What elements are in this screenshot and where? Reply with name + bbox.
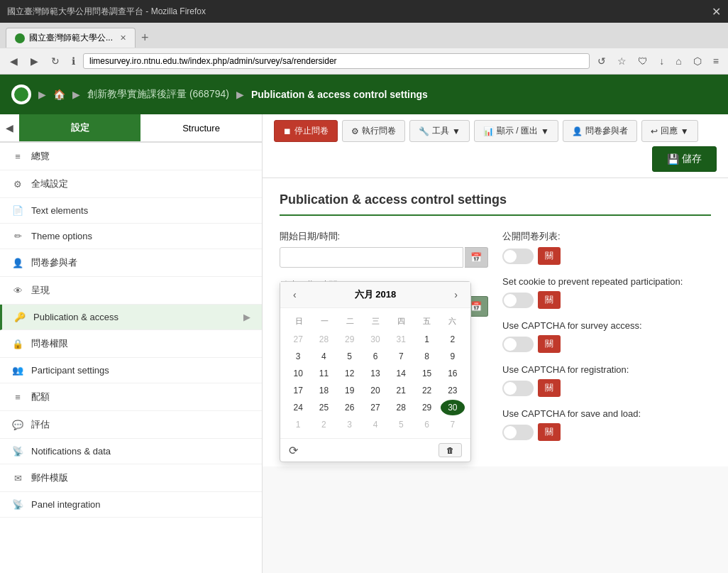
start-date-calendar-icon[interactable]: 📅 [465, 247, 488, 268]
survey-participants-button[interactable]: 👤 問卷參與者 [563, 120, 637, 142]
calendar-day-13[interactable]: 13 [363, 366, 387, 381]
sidebar-item-quotas[interactable]: ≡ 配額 [0, 383, 262, 411]
sidebar-toggle-button[interactable]: ◀ [0, 114, 19, 141]
cookie-toggle[interactable] [502, 293, 534, 308]
new-tab-button[interactable]: + [136, 31, 155, 45]
calendar-day-1[interactable]: 1 [414, 332, 439, 347]
calendar-day-19[interactable]: 19 [338, 383, 362, 398]
captcha-access-toggle[interactable] [502, 337, 534, 352]
forward-button[interactable]: ▶ [26, 53, 43, 70]
breadcrumb-survey[interactable]: 創新教學實施課後評量 (668794) [87, 88, 229, 101]
sidebar-item-text-elements[interactable]: 📄 Text elements [0, 198, 262, 224]
sidebar-item-panel-integration[interactable]: 📡 Panel integration [0, 492, 262, 518]
calendar-day-14[interactable]: 14 [389, 366, 413, 381]
cookie-off-button[interactable]: 關 [538, 291, 561, 309]
calendar-day-4[interactable]: 4 [363, 417, 387, 432]
calendar-day-1[interactable]: 1 [286, 417, 310, 432]
display-export-button[interactable]: 📊 顯示 / 匯出 ▼ [474, 120, 558, 142]
calendar-day-30[interactable]: 30 [363, 332, 387, 347]
captcha-registration-off-button[interactable]: 關 [538, 379, 561, 397]
sidebar-item-survey-permissions[interactable]: 🔒 問卷權限 [0, 330, 262, 358]
start-date-input[interactable] [280, 247, 463, 268]
captcha-access-off-button[interactable]: 關 [538, 335, 561, 353]
calendar-day-11[interactable]: 11 [311, 366, 336, 381]
sidebar-item-overview[interactable]: ≡ 總覽 [0, 143, 262, 170]
tools-button[interactable]: 🔧 工具 ▼ [409, 120, 470, 142]
calendar-day-28[interactable]: 28 [311, 332, 336, 347]
calendar-day-27[interactable]: 27 [363, 400, 387, 415]
calendar-day-23[interactable]: 23 [441, 383, 465, 398]
calendar-day-20[interactable]: 20 [363, 383, 387, 398]
reload-icon[interactable]: ↺ [594, 53, 610, 69]
calendar-day-15[interactable]: 15 [414, 366, 439, 381]
calendar-day-8[interactable]: 8 [414, 349, 439, 364]
calendar-day-31[interactable]: 31 [389, 332, 413, 347]
close-icon[interactable]: ✕ [712, 5, 721, 18]
menu-icon[interactable]: ≡ [710, 53, 722, 69]
calendar-day-2[interactable]: 2 [441, 332, 465, 347]
sidebar-item-assessments[interactable]: 💬 評估 [0, 411, 262, 439]
calendar-next-button[interactable]: › [450, 288, 462, 302]
calendar-day-24[interactable]: 24 [286, 400, 310, 415]
back-button[interactable]: ◀ [6, 53, 22, 70]
download-icon[interactable]: ↓ [656, 53, 668, 69]
public-list-off-button[interactable]: 關 [538, 247, 561, 265]
sidebar-item-participants[interactable]: 👤 問卷參與者 [0, 249, 262, 277]
browser-tab[interactable]: 國立臺灣師範大學公... ✕ [6, 28, 136, 48]
calendar-day-4[interactable]: 4 [311, 349, 336, 364]
calendar-day-27[interactable]: 27 [286, 332, 310, 347]
calendar-day-7[interactable]: 7 [389, 349, 413, 364]
calendar-day-25[interactable]: 25 [311, 400, 336, 415]
calendar-day-18[interactable]: 18 [311, 383, 336, 398]
calendar-day-9[interactable]: 9 [441, 349, 465, 364]
calendar-day-7[interactable]: 7 [441, 417, 465, 432]
calendar-day-26[interactable]: 26 [338, 400, 362, 415]
captcha-save-off-button[interactable]: 關 [538, 423, 561, 441]
home-icon[interactable]: ⌂ [672, 53, 685, 69]
execute-survey-button[interactable]: ⚙ 執行問卷 [342, 120, 405, 142]
public-list-toggle[interactable] [502, 249, 534, 264]
calendar-day-17[interactable]: 17 [286, 383, 310, 398]
tab-close-icon[interactable]: ✕ [120, 33, 126, 43]
refresh-button[interactable]: ↻ [47, 53, 64, 70]
sidebar-item-presentation[interactable]: 👁 呈現 [0, 277, 262, 305]
sidebar-item-publication-access[interactable]: 🔑 Publication & access ▶ [0, 305, 262, 330]
calendar-day-29[interactable]: 29 [338, 332, 362, 347]
calendar-day-6[interactable]: 6 [363, 349, 387, 364]
breadcrumb-home-icon[interactable]: 🏠 [53, 89, 65, 100]
sidebar-item-notifications-data[interactable]: 📡 Notifications & data [0, 439, 262, 464]
calendar-day-21[interactable]: 21 [389, 383, 413, 398]
calendar-day-5[interactable]: 5 [338, 349, 362, 364]
sidebar-item-global-settings[interactable]: ⚙ 全域設定 [0, 170, 262, 198]
pocket-icon[interactable]: ⬡ [690, 53, 705, 69]
calendar-day-5[interactable]: 5 [389, 417, 413, 432]
bookmark-icon[interactable]: ☆ [614, 53, 630, 69]
calendar-day-10[interactable]: 10 [286, 366, 310, 381]
app-logo [11, 84, 31, 104]
captcha-registration-toggle[interactable] [502, 381, 534, 396]
sidebar-item-email-templates[interactable]: ✉ 郵件模版 [0, 464, 262, 492]
calendar-prev-button[interactable]: ‹ [289, 288, 301, 302]
sidebar-item-participant-settings[interactable]: 👥 Participant settings [0, 358, 262, 383]
calendar-day-3[interactable]: 3 [338, 417, 362, 432]
calendar-day-3[interactable]: 3 [286, 349, 310, 364]
calendar-day-30[interactable]: 30 [441, 400, 465, 415]
tab-structure[interactable]: Structure [140, 114, 262, 141]
quota-icon: ≡ [11, 392, 24, 403]
calendar-day-22[interactable]: 22 [414, 383, 439, 398]
responses-button[interactable]: ↩ 回應 ▼ [641, 120, 698, 142]
sidebar-item-theme-options[interactable]: ✏ Theme options [0, 224, 262, 249]
calendar-today-button[interactable]: ⟳ [289, 444, 298, 457]
save-button[interactable]: 💾 儲存 [652, 146, 717, 172]
url-bar[interactable] [83, 53, 590, 69]
calendar-day-16[interactable]: 16 [441, 366, 465, 381]
stop-survey-button[interactable]: ⏹ 停止問卷 [274, 120, 338, 142]
calendar-day-6[interactable]: 6 [414, 417, 439, 432]
calendar-day-29[interactable]: 29 [414, 400, 439, 415]
calendar-day-12[interactable]: 12 [338, 366, 362, 381]
tab-settings[interactable]: 設定 [19, 114, 140, 141]
calendar-day-2[interactable]: 2 [311, 417, 336, 432]
calendar-clear-button[interactable]: 🗑 [439, 443, 462, 457]
calendar-day-28[interactable]: 28 [389, 400, 413, 415]
captcha-save-toggle[interactable] [502, 425, 534, 440]
